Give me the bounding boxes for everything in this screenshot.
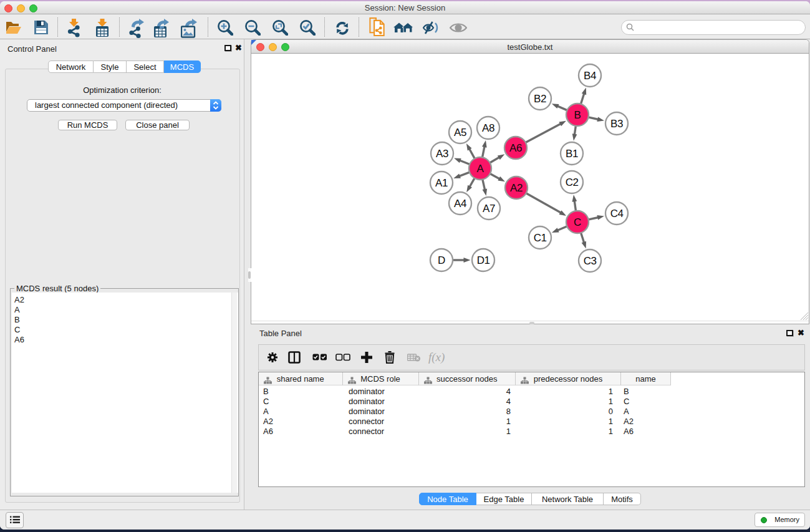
svg-text:A3: A3 (436, 148, 448, 160)
svg-text:B2: B2 (534, 93, 546, 105)
svg-text:C4: C4 (610, 208, 624, 220)
svg-text:C: C (574, 216, 581, 228)
svg-text:B1: B1 (566, 148, 578, 160)
svg-text:B: B (574, 109, 581, 121)
svg-text:A2: A2 (510, 182, 523, 194)
svg-text:B3: B3 (610, 118, 623, 130)
svg-text:A4: A4 (454, 198, 466, 210)
svg-text:B4: B4 (584, 70, 596, 82)
svg-text:C1: C1 (534, 232, 547, 244)
svg-text:A1: A1 (435, 177, 448, 189)
svg-text:A: A (477, 163, 485, 175)
svg-text:D1: D1 (477, 254, 490, 266)
svg-text:C2: C2 (566, 177, 579, 188)
svg-text:A5: A5 (454, 127, 466, 138)
svg-text:A7: A7 (483, 203, 495, 215)
svg-text:C3: C3 (584, 255, 597, 267)
svg-text:D: D (438, 254, 445, 266)
svg-text:A8: A8 (482, 122, 494, 134)
svg-text:A6: A6 (509, 142, 522, 154)
